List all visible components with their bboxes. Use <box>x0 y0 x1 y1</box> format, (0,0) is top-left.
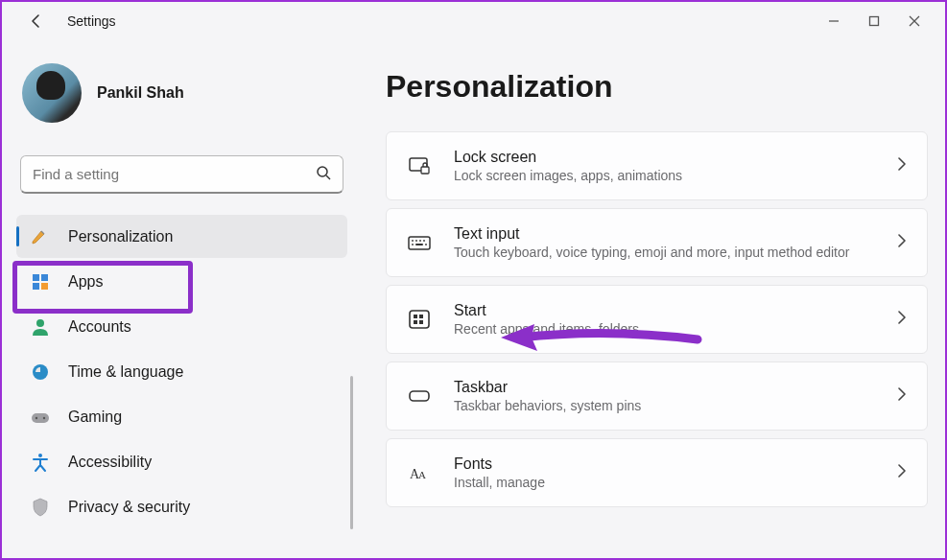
lock-icon <box>406 152 433 179</box>
sidebar-item-label: Apps <box>68 273 103 291</box>
search-input[interactable] <box>33 166 316 182</box>
settings-item-title: Text input <box>454 225 896 243</box>
profile-block[interactable]: Pankil Shah <box>22 63 347 123</box>
settings-item-text-input[interactable]: Text input Touch keyboard, voice typing,… <box>386 208 928 277</box>
settings-item-start[interactable]: Start Recent apps and items, folders <box>386 285 928 354</box>
search-box[interactable] <box>20 155 343 194</box>
settings-item-title: Taskbar <box>454 379 896 396</box>
svg-point-8 <box>36 319 44 327</box>
svg-point-20 <box>423 240 425 242</box>
privacy-icon <box>30 497 51 518</box>
svg-rect-24 <box>410 311 429 328</box>
svg-point-18 <box>415 240 417 242</box>
sidebar-item-label: Privacy & security <box>68 499 190 516</box>
sidebar-item-accounts[interactable]: Accounts <box>16 305 347 348</box>
avatar <box>22 63 82 123</box>
sidebar-item-label: Time & language <box>68 363 183 381</box>
back-button[interactable] <box>23 8 50 35</box>
close-button[interactable] <box>903 10 926 33</box>
settings-item-subtitle: Taskbar behaviors, system pins <box>454 398 896 413</box>
chevron-right-icon <box>896 387 908 405</box>
svg-rect-29 <box>410 391 429 401</box>
title-bar: Settings <box>2 2 945 40</box>
search-icon <box>316 165 331 184</box>
svg-point-21 <box>412 244 414 245</box>
settings-item-subtitle: Recent apps and items, folders <box>454 321 896 337</box>
settings-item-taskbar[interactable]: Taskbar Taskbar behaviors, system pins <box>386 362 928 431</box>
sidebar-item-gaming[interactable]: Gaming <box>16 395 347 438</box>
keyboard-icon <box>406 229 433 256</box>
svg-point-2 <box>318 167 327 176</box>
svg-rect-6 <box>33 283 39 290</box>
accessibility-icon <box>30 452 51 473</box>
chevron-right-icon <box>896 311 908 328</box>
svg-rect-16 <box>409 237 430 249</box>
chevron-right-icon <box>896 157 908 175</box>
svg-line-3 <box>326 175 330 179</box>
svg-rect-1 <box>870 17 879 26</box>
sidebar-item-apps[interactable]: Apps <box>16 260 347 303</box>
svg-rect-10 <box>32 413 49 423</box>
svg-point-19 <box>419 240 421 242</box>
settings-item-subtitle: Lock screen images, apps, animations <box>454 168 896 183</box>
sidebar-item-label: Accounts <box>68 318 131 336</box>
svg-text:A: A <box>418 469 426 480</box>
svg-rect-28 <box>419 320 423 324</box>
sidebar-item-label: Accessibility <box>68 454 152 471</box>
accounts-icon <box>30 316 51 338</box>
sidebar-item-label: Gaming <box>68 408 122 426</box>
gaming-icon <box>30 407 51 428</box>
svg-point-17 <box>412 240 414 242</box>
svg-point-13 <box>38 454 42 457</box>
svg-rect-25 <box>414 315 417 318</box>
settings-item-subtitle: Install, manage <box>454 475 896 490</box>
page-title: Personalization <box>386 69 928 105</box>
sidebar-item-time-language[interactable]: Time & language <box>16 350 347 393</box>
svg-rect-7 <box>41 283 48 290</box>
sidebar-item-label: Personalization <box>68 228 173 245</box>
settings-item-title: Lock screen <box>454 149 896 166</box>
sidebar-item-accessibility[interactable]: Accessibility <box>16 440 347 483</box>
settings-item-fonts[interactable]: AA Fonts Install, manage <box>386 438 928 507</box>
svg-rect-15 <box>421 167 429 174</box>
svg-rect-27 <box>414 320 417 324</box>
apps-icon <box>30 271 51 292</box>
svg-rect-22 <box>415 244 423 245</box>
window-title: Settings <box>67 13 116 29</box>
svg-rect-26 <box>419 315 423 318</box>
maximize-button[interactable] <box>863 10 886 33</box>
content-area: Personalization Lock screen Lock screen … <box>357 40 945 558</box>
svg-point-12 <box>43 416 45 418</box>
minimize-button[interactable] <box>822 10 845 33</box>
svg-rect-5 <box>41 274 48 281</box>
settings-item-subtitle: Touch keyboard, voice typing, emoji and … <box>454 245 896 260</box>
chevron-right-icon <box>896 234 908 251</box>
sidebar-item-privacy-security[interactable]: Privacy & security <box>16 485 347 528</box>
svg-point-11 <box>36 416 37 418</box>
sidebar: Pankil Shah PersonalizationAppsAccountsT… <box>2 40 357 558</box>
settings-item-title: Fonts <box>454 455 896 473</box>
settings-item-lock-screen[interactable]: Lock screen Lock screen images, apps, an… <box>386 131 928 200</box>
taskbar-icon <box>406 383 433 409</box>
fonts-icon: AA <box>406 459 433 486</box>
profile-name: Pankil Shah <box>97 84 184 102</box>
settings-item-title: Start <box>454 302 896 319</box>
personalization-icon <box>30 226 51 247</box>
start-icon <box>406 306 433 333</box>
svg-rect-4 <box>33 274 39 281</box>
svg-point-23 <box>425 244 427 245</box>
sidebar-item-personalization[interactable]: Personalization <box>16 215 347 258</box>
sidebar-scrollbar[interactable] <box>350 376 353 529</box>
time-icon <box>30 362 51 383</box>
chevron-right-icon <box>896 464 908 481</box>
